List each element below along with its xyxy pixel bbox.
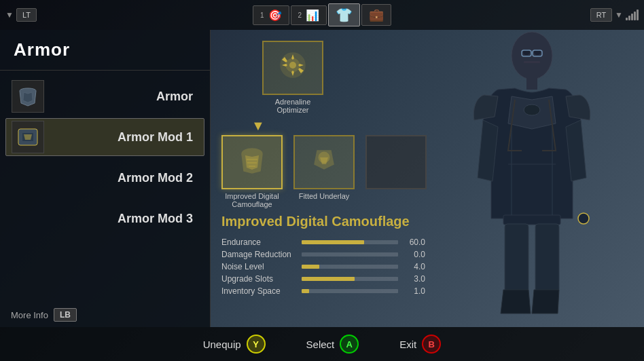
stat-bar-fill-endurance (302, 240, 364, 244)
signal-bar-2 (628, 16, 630, 20)
stats-table: Endurance 60.0 Damage Reduction 0.0 Nois… (221, 238, 425, 296)
stat-value-inventory: 1.0 (404, 286, 425, 296)
main-content: Adrenaline Optimizer ▼ (211, 30, 644, 327)
tab-3[interactable]: 👕 (328, 3, 360, 26)
armor-mod-3-label: Armor Mod 3 (118, 212, 193, 226)
equip-slot-underlay[interactable]: Fitted Underlay (293, 135, 355, 208)
stat-bar-bg-damage (302, 252, 398, 256)
more-info-bar: More Info LB (0, 303, 210, 327)
menu-item-armor[interactable]: Armor (5, 77, 204, 115)
equip-top-group: Adrenaline Optimizer (221, 41, 323, 114)
unequip-button[interactable]: Unequip Y (203, 335, 266, 354)
stat-label-endurance: Endurance (221, 238, 296, 247)
signal-icon (626, 10, 639, 20)
equip-slot-adrenaline[interactable]: Adrenaline Optimizer (262, 41, 323, 114)
stat-label-noise: Noise Level (221, 262, 296, 271)
stat-value-upgrade: 3.0 (404, 274, 425, 284)
stat-bar-fill-upgrade (302, 277, 355, 281)
tab-1-number: 1 (260, 12, 264, 19)
stat-row-endurance: Endurance 60.0 (221, 238, 425, 247)
tab-4[interactable]: 💼 (361, 4, 391, 26)
stat-row-noise: Noise Level 4.0 (221, 262, 425, 271)
menu-item-armor-mod-2[interactable]: Armor Mod 2 (5, 159, 204, 197)
stat-bar-bg-noise (302, 265, 398, 269)
camouflage-icon-box[interactable] (221, 135, 283, 189)
rt-button[interactable]: RT (590, 8, 612, 22)
bottom-bar: Unequip Y Select A Exit B (0, 327, 644, 361)
stat-bar-bg-upgrade (302, 277, 398, 281)
armor-mod-2-label: Armor Mod 2 (118, 171, 193, 185)
equip-bottom-group: Improved Digital Camouflage Fitted Under… (221, 135, 427, 208)
tab-4-icon: 💼 (369, 7, 384, 22)
stat-bar-bg-endurance (302, 240, 398, 244)
exit-button[interactable]: Exit B (399, 335, 441, 354)
signal-bar-4 (634, 12, 636, 20)
more-info-label: More Info (11, 310, 48, 320)
stat-bar-fill-noise (302, 265, 319, 269)
menu-item-slot-5[interactable] (5, 240, 204, 274)
armor-mod-1-thumb (12, 121, 44, 153)
adrenaline-icon-box[interactable] (262, 41, 323, 95)
connector-arrow: ▼ (251, 118, 265, 134)
stat-row-damage: Damage Reduction 0.0 (221, 250, 425, 259)
exit-label: Exit (399, 339, 416, 350)
underlay-icon (304, 140, 344, 184)
select-label: Select (306, 339, 335, 350)
underlay-icon-box[interactable] (293, 135, 355, 189)
top-bar: ▼ LT 1 🎯 2 📊 👕 💼 RT ▼ (0, 0, 644, 30)
select-key[interactable]: A (340, 335, 359, 354)
signal-bar-3 (631, 14, 633, 20)
lb-key[interactable]: LB (54, 308, 77, 322)
unequip-label: Unequip (203, 339, 241, 350)
tab-3-icon: 👕 (336, 7, 353, 23)
armor-mod-1-label: Armor Mod 1 (118, 130, 193, 145)
stat-label-inventory: Inventory Space (221, 286, 296, 296)
camouflage-label: Improved Digital Camouflage (221, 192, 283, 208)
left-panel: Armor Armor Armor Mod 1 (0, 30, 211, 327)
stat-bar-bg-inventory (302, 289, 398, 293)
stat-bar-fill-inventory (302, 289, 309, 293)
stat-row-upgrade: Upgrade Slots 3.0 (221, 274, 425, 284)
adrenaline-icon (272, 45, 313, 91)
stat-value-noise: 4.0 (404, 262, 425, 271)
signal-bar-5 (637, 10, 639, 20)
item-name-heading: Improved Digital Camouflage (221, 214, 633, 229)
armor-thumb (12, 80, 44, 113)
lt-button-area[interactable]: ▼ LT (5, 8, 37, 22)
stat-row-inventory: Inventory Space 1.0 (221, 286, 425, 296)
lt-button[interactable]: LT (16, 8, 37, 22)
tab-1[interactable]: 1 🎯 (253, 5, 289, 25)
underlay-label: Fitted Underlay (299, 192, 350, 200)
select-button[interactable]: Select A (306, 335, 359, 354)
stat-label-upgrade: Upgrade Slots (221, 274, 296, 284)
svg-point-21 (289, 62, 296, 69)
tab-group: 1 🎯 2 📊 👕 💼 (253, 3, 391, 26)
stat-label-damage: Damage Reduction (221, 250, 296, 259)
camouflage-icon (232, 140, 272, 184)
tab-2-number: 2 (298, 12, 302, 19)
equip-slot-empty[interactable] (365, 135, 427, 208)
rt-button-area[interactable]: RT ▼ (590, 8, 639, 22)
armor-label: Armor (156, 90, 193, 104)
signal-bar-1 (626, 18, 628, 20)
stat-value-endurance: 60.0 (404, 238, 425, 247)
tab-2[interactable]: 2 📊 (291, 5, 327, 25)
menu-items-list: Armor Armor Mod 1 Armor Mod 2 Armor Mod … (0, 71, 210, 318)
stat-value-damage: 0.0 (404, 250, 425, 259)
panel-title: Armor (0, 30, 210, 71)
tab-2-icon: 📊 (306, 9, 319, 22)
adrenaline-label: Adrenaline Optimizer (262, 98, 323, 114)
unequip-key[interactable]: Y (247, 335, 266, 354)
empty-icon-box[interactable] (365, 135, 427, 189)
equip-slot-camouflage[interactable]: Improved Digital Camouflage (221, 135, 283, 208)
menu-item-armor-mod-1[interactable]: Armor Mod 1 (5, 118, 204, 156)
exit-key[interactable]: B (422, 335, 441, 354)
menu-item-armor-mod-3[interactable]: Armor Mod 3 (5, 200, 204, 238)
tab-1-icon: 🎯 (268, 9, 282, 22)
